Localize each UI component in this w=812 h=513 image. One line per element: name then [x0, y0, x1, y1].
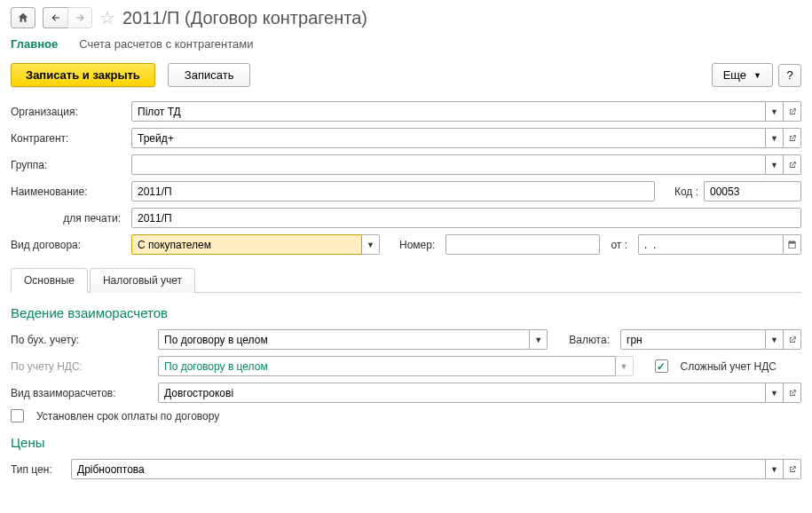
more-button-label: Еще: [723, 68, 746, 82]
tab-main[interactable]: Основные: [11, 268, 88, 293]
help-button[interactable]: ?: [778, 64, 801, 87]
section-settlements-title: Ведение взаиморасчетов: [11, 305, 801, 320]
group-open-button[interactable]: [784, 154, 801, 175]
open-icon: [788, 389, 797, 398]
complexvat-label: Сложный учет НДС: [681, 360, 777, 373]
number-input[interactable]: [445, 234, 600, 255]
section-prices-title: Цены: [11, 435, 801, 450]
favorite-star-icon[interactable]: ☆: [99, 7, 115, 28]
top-tab-accounts[interactable]: Счета расчетов с контрагентами: [79, 37, 253, 51]
group-input[interactable]: [131, 154, 766, 175]
contracttype-input[interactable]: [131, 234, 362, 255]
date-input[interactable]: [638, 234, 784, 255]
code-input[interactable]: [704, 181, 801, 201]
calendar-icon: [787, 240, 797, 249]
settlementtype-label: Вид взаиморасчетов:: [11, 387, 153, 399]
page-title: 2011/П (Договор контрагента): [122, 8, 367, 28]
paymentterm-checkbox[interactable]: [11, 409, 24, 422]
open-icon: [788, 107, 797, 116]
org-label: Организация:: [11, 106, 126, 118]
settlementtype-open-button[interactable]: [784, 383, 801, 403]
forward-button[interactable]: [67, 7, 92, 28]
back-button[interactable]: [43, 7, 67, 28]
save-button[interactable]: Записать: [168, 63, 251, 87]
paymentterm-label: Установлен срок оплаты по договору: [36, 410, 219, 422]
home-icon: [17, 12, 29, 24]
currency-open-button[interactable]: [784, 329, 801, 350]
name-input[interactable]: [131, 181, 655, 201]
counterparty-open-button[interactable]: [784, 128, 801, 148]
pricetype-dropdown-button[interactable]: ▼: [766, 459, 784, 479]
currency-input[interactable]: [620, 329, 766, 350]
arrow-left-icon: [50, 12, 62, 23]
arrow-right-icon: [74, 12, 86, 23]
open-icon: [788, 134, 797, 143]
pricetype-input[interactable]: [71, 459, 766, 479]
contracttype-dropdown-button[interactable]: ▼: [362, 234, 380, 255]
group-label: Группа:: [11, 159, 126, 171]
pricetype-label: Тип цен:: [11, 463, 66, 476]
open-icon: [788, 465, 797, 474]
byaccounting-label: По бух. учету:: [11, 334, 153, 346]
forprint-label: для печати:: [11, 212, 126, 225]
open-icon: [788, 161, 797, 170]
group-dropdown-button[interactable]: ▼: [766, 154, 784, 175]
byvat-label: По учету НДС:: [11, 360, 153, 373]
home-button[interactable]: [11, 7, 35, 28]
code-label: Код :: [674, 185, 698, 198]
number-label: Номер:: [399, 239, 435, 251]
contracttype-label: Вид договора:: [11, 239, 126, 251]
date-calendar-button[interactable]: [784, 234, 801, 255]
currency-dropdown-button[interactable]: ▼: [766, 329, 784, 350]
byvat-dropdown-button: ▼: [616, 356, 634, 376]
open-icon: [788, 335, 797, 344]
save-close-button[interactable]: Записать и закрыть: [11, 63, 155, 87]
byvat-input: [158, 356, 616, 376]
top-tab-main[interactable]: Главное: [11, 37, 58, 51]
tab-tax[interactable]: Налоговый учет: [90, 268, 195, 293]
complexvat-checkbox[interactable]: ✓: [655, 359, 668, 373]
settlementtype-input[interactable]: [158, 383, 766, 403]
chevron-down-icon: ▼: [753, 71, 761, 80]
org-input[interactable]: [131, 101, 766, 122]
more-button[interactable]: Еще ▼: [712, 63, 773, 87]
counterparty-input[interactable]: [131, 128, 766, 148]
forprint-input[interactable]: [131, 208, 801, 228]
currency-label: Валюта:: [569, 334, 610, 346]
byaccounting-dropdown-button[interactable]: ▼: [530, 329, 548, 350]
org-open-button[interactable]: [784, 101, 801, 122]
settlementtype-dropdown-button[interactable]: ▼: [766, 383, 784, 403]
counterparty-label: Контрагент:: [11, 132, 126, 145]
byaccounting-input[interactable]: [158, 329, 530, 350]
name-label: Наименование:: [11, 185, 126, 198]
org-dropdown-button[interactable]: ▼: [766, 101, 784, 122]
counterparty-dropdown-button[interactable]: ▼: [766, 128, 784, 148]
pricetype-open-button[interactable]: [784, 459, 801, 479]
from-label: от :: [611, 239, 627, 251]
